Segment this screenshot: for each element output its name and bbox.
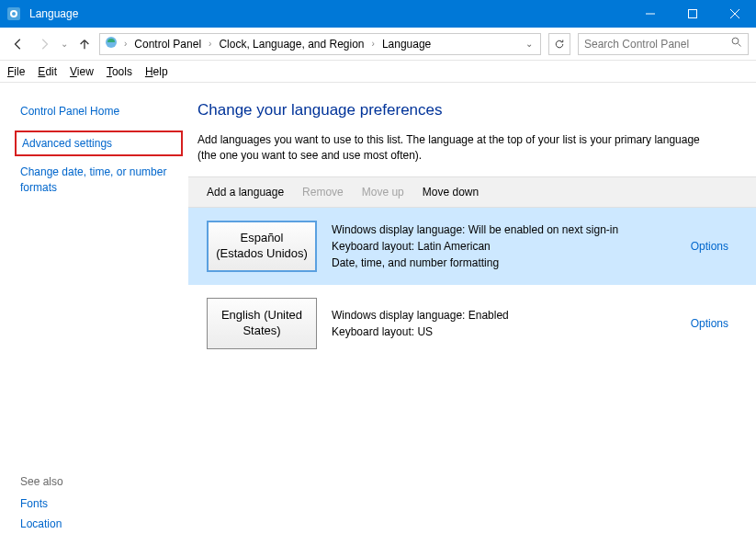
sidebar-date-formats-link[interactable]: Change date, time, or number formats	[20, 162, 177, 197]
menu-help[interactable]: Help	[145, 65, 168, 78]
menu-view[interactable]: View	[70, 65, 94, 78]
search-input[interactable]	[584, 38, 731, 51]
chevron-right-icon[interactable]: ›	[368, 39, 378, 49]
display-language-status: Windows display language: Enabled	[332, 307, 676, 324]
sidebar-location-link[interactable]: Location	[20, 514, 177, 534]
menu-tools[interactable]: Tools	[107, 65, 132, 78]
language-row[interactable]: Español (Estados Unidos) Windows display…	[188, 208, 756, 285]
keyboard-layout-status: Keyboard layout: Latin American	[332, 238, 676, 255]
chevron-right-icon[interactable]: ›	[205, 39, 215, 49]
menu-bar: File Edit View Tools Help	[0, 61, 756, 83]
sidebar: Control Panel Home Advanced settings Cha…	[0, 83, 188, 545]
main-area: Control Panel Home Advanced settings Cha…	[0, 83, 756, 545]
maximize-button[interactable]	[671, 0, 714, 28]
language-info: Windows display language: Enabled Keyboa…	[332, 307, 676, 340]
breadcrumb-leaf[interactable]: Language	[380, 38, 433, 51]
keyboard-layout-status: Keyboard layout: US	[332, 324, 676, 340]
breadcrumb-mid[interactable]: Clock, Language, and Region	[217, 38, 366, 51]
display-language-status: Windows display language: Will be enable…	[332, 221, 676, 238]
language-tile[interactable]: Español (Estados Unidos)	[207, 221, 317, 272]
app-icon	[0, 6, 28, 21]
highlighted-box: Advanced settings	[15, 131, 183, 156]
page-description: Add languages you want to use to this li…	[197, 132, 721, 164]
minimize-button[interactable]	[629, 0, 671, 28]
close-button[interactable]	[714, 0, 756, 28]
search-box[interactable]	[578, 33, 749, 55]
content-pane: Change your language preferences Add lan…	[188, 83, 756, 545]
svg-point-8	[732, 38, 739, 44]
menu-file[interactable]: File	[7, 65, 25, 78]
formatting-status: Date, time, and number formatting	[332, 255, 676, 271]
move-down-button[interactable]: Move down	[423, 186, 479, 199]
language-options-link[interactable]: Options	[691, 240, 738, 253]
chevron-right-icon[interactable]: ›	[120, 39, 130, 49]
language-list: Español (Estados Unidos) Windows display…	[188, 208, 756, 362]
sidebar-home-link[interactable]: Control Panel Home	[20, 101, 177, 121]
add-language-button[interactable]: Add a language	[207, 186, 284, 199]
breadcrumb-root[interactable]: Control Panel	[132, 38, 203, 51]
refresh-button[interactable]	[548, 33, 570, 55]
language-options-link[interactable]: Options	[691, 317, 738, 330]
svg-point-2	[12, 12, 16, 16]
sidebar-advanced-settings-link[interactable]: Advanced settings	[22, 136, 175, 151]
control-panel-icon	[104, 35, 118, 52]
language-toolbar: Add a language Remove Move up Move down	[188, 176, 756, 208]
see-also-label: See also	[20, 475, 177, 494]
window-title: Language	[28, 7, 629, 20]
navigation-bar: ⌄ › Control Panel › Clock, Language, and…	[0, 28, 756, 61]
recent-pages-dropdown[interactable]: ⌄	[59, 39, 70, 49]
svg-line-9	[739, 44, 741, 47]
sidebar-fonts-link[interactable]: Fonts	[20, 494, 177, 514]
search-icon[interactable]	[731, 37, 742, 51]
menu-edit[interactable]: Edit	[38, 65, 57, 78]
forward-button[interactable]	[33, 33, 55, 55]
up-button[interactable]	[73, 33, 96, 55]
language-info: Windows display language: Will be enable…	[332, 221, 676, 271]
address-history-dropdown[interactable]: ⌄	[522, 39, 536, 49]
back-button[interactable]	[7, 33, 29, 55]
remove-button[interactable]: Remove	[302, 186, 344, 199]
move-up-button[interactable]: Move up	[362, 186, 404, 199]
svg-rect-4	[689, 10, 697, 18]
language-tile[interactable]: English (United States)	[207, 298, 317, 349]
address-bar[interactable]: › Control Panel › Clock, Language, and R…	[99, 33, 541, 55]
page-heading: Change your language preferences	[197, 101, 736, 119]
title-bar: Language	[0, 0, 756, 28]
language-row[interactable]: English (United States) Windows display …	[188, 285, 756, 362]
